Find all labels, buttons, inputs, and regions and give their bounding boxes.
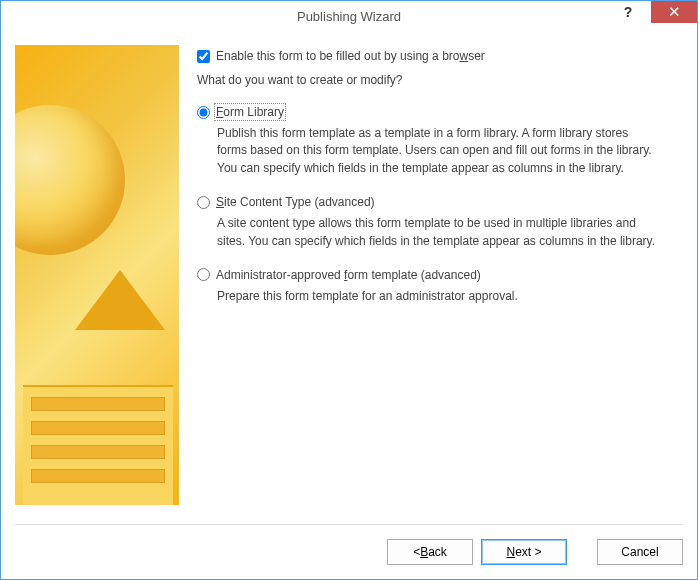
radio-site-content-type[interactable] — [197, 196, 210, 209]
back-button[interactable]: < Back — [387, 539, 473, 565]
radio-site-content-type-label[interactable]: Site Content Type (advanced) — [216, 195, 375, 209]
help-button[interactable]: ? — [605, 1, 651, 23]
titlebar: Publishing Wizard ? ✕ — [1, 1, 697, 31]
desc-site-content-type: A site content type allows this form tem… — [217, 215, 657, 250]
enable-browser-checkbox-row: Enable this form to be filled out by usi… — [197, 49, 673, 63]
enable-browser-label[interactable]: Enable this form to be filled out by usi… — [216, 49, 485, 63]
prompt-text: What do you want to create or modify? — [197, 73, 673, 87]
divider — [15, 524, 683, 525]
radio-admin-approved[interactable] — [197, 268, 210, 281]
content-area: Enable this form to be filled out by usi… — [1, 31, 697, 509]
radio-form-library-label[interactable]: Form Library — [216, 105, 284, 119]
option-admin-approved: Administrator-approved form template (ad… — [197, 268, 673, 305]
close-icon: ✕ — [668, 3, 681, 21]
titlebar-buttons: ? ✕ — [605, 1, 697, 23]
form-area: Enable this form to be filled out by usi… — [179, 45, 683, 509]
next-button[interactable]: Next > — [481, 539, 567, 565]
wizard-buttons: < Back Next > Cancel — [387, 539, 683, 565]
window-title: Publishing Wizard — [1, 9, 697, 24]
desc-form-library: Publish this form template as a template… — [217, 125, 657, 177]
option-form-library: Form Library Publish this form template … — [197, 105, 673, 177]
close-button[interactable]: ✕ — [651, 1, 697, 23]
radio-form-library[interactable] — [197, 106, 210, 119]
desc-admin-approved: Prepare this form template for an admini… — [217, 288, 657, 305]
wizard-graphic — [15, 45, 179, 505]
enable-browser-checkbox[interactable] — [197, 50, 210, 63]
radio-admin-approved-label[interactable]: Administrator-approved form template (ad… — [216, 268, 481, 282]
option-site-content-type: Site Content Type (advanced) A site cont… — [197, 195, 673, 250]
cancel-button[interactable]: Cancel — [597, 539, 683, 565]
